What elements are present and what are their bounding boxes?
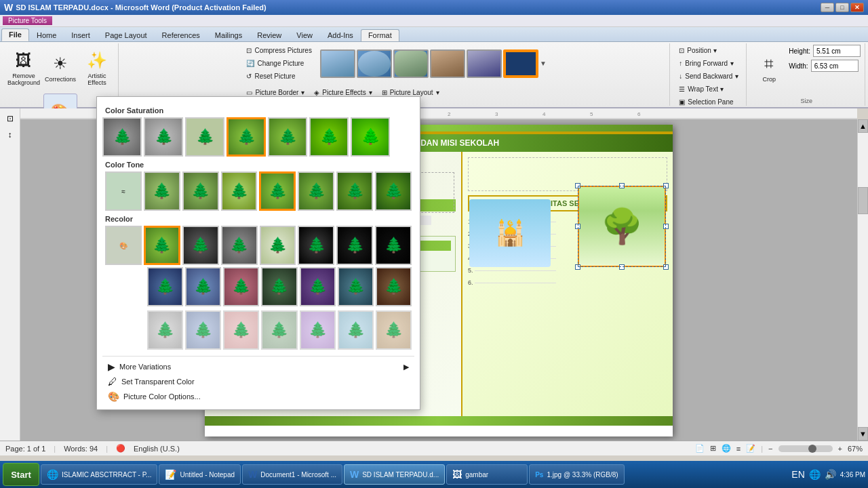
handle-lc[interactable]	[575, 224, 580, 229]
tab-mailings[interactable]: Mailings	[208, 29, 250, 41]
tab-review[interactable]: Review	[250, 29, 289, 41]
recolor-light-brown[interactable]: 🌲	[376, 310, 412, 350]
pic-style-2[interactable]	[357, 49, 392, 78]
pic-style-5[interactable]	[467, 49, 502, 78]
scroll-up-btn[interactable]: ▲	[858, 119, 868, 133]
handle-br[interactable]	[663, 264, 669, 270]
tone-6[interactable]: 🌲	[336, 171, 373, 211]
width-input[interactable]	[811, 60, 859, 72]
view-btn-print[interactable]: 📄	[695, 444, 705, 453]
saturation-200[interactable]: 🌲	[351, 117, 390, 157]
handle-bl[interactable]	[575, 264, 580, 270]
view-btn-outline[interactable]: ≡	[736, 445, 741, 453]
recolor-washout[interactable]: 🌲	[260, 226, 296, 265]
recolor-no[interactable]: 🌲	[144, 226, 180, 265]
saturation-0[interactable]: 🌲	[102, 117, 142, 157]
selected-picture-container[interactable]: 🌳	[578, 186, 666, 267]
zoom-slider[interactable]	[778, 445, 833, 452]
pic-style-4[interactable]	[430, 49, 465, 78]
tone-1[interactable]: 🌲	[144, 171, 180, 211]
zoom-thumb[interactable]	[808, 445, 816, 453]
reset-picture-button[interactable]: ↺ Reset Picture	[243, 70, 315, 82]
crop-button[interactable]: ⌗ Crop	[752, 45, 786, 92]
start-button[interactable]: Start	[3, 463, 39, 486]
handle-tc[interactable]	[619, 183, 625, 188]
scroll-thumb[interactable]	[858, 187, 868, 214]
artistic-effects-button[interactable]: ✨ Artistic Effects	[80, 45, 114, 92]
maximize-button[interactable]: □	[835, 3, 849, 12]
styles-scroll-down[interactable]: ▼	[540, 60, 547, 67]
recolor-black2[interactable]: 🌲	[336, 226, 373, 265]
recolor-dark-purple[interactable]: 🌲	[300, 267, 336, 306]
handle-tr[interactable]	[663, 183, 669, 188]
zoom-out-btn[interactable]: −	[768, 445, 772, 453]
recolor-light-blue[interactable]: 🌲	[185, 310, 221, 350]
tray-lang[interactable]: EN	[791, 469, 804, 480]
position-button[interactable]: ⊡ Position ▾	[675, 45, 742, 56]
height-input[interactable]	[813, 45, 861, 57]
pic-style-3[interactable]	[393, 49, 429, 78]
right-scrollbar[interactable]: ▲ ▼	[857, 119, 868, 441]
pic-style-6-selected[interactable]	[503, 49, 538, 78]
recolor-dark-brown[interactable]: 🌲	[376, 267, 412, 306]
left-tool-1[interactable]: ⊡	[3, 111, 18, 126]
recolor-black1[interactable]: 🌲	[298, 226, 334, 265]
recolor-light-gray2[interactable]: 🌲	[147, 310, 183, 350]
spell-check-icon[interactable]: 🔴	[116, 444, 125, 453]
minimize-button[interactable]: ─	[821, 3, 834, 12]
handle-bc[interactable]	[619, 264, 625, 270]
recolor-light-pink[interactable]: 🌲	[223, 310, 259, 350]
recolor-grayscale[interactable]: 🌲	[182, 226, 219, 265]
recolor-light-purple[interactable]: 🌲	[300, 310, 336, 350]
recolor-dark-green[interactable]: 🌲	[261, 267, 297, 306]
saturation-167[interactable]: 🌲	[309, 117, 349, 157]
zoom-level[interactable]: 67%	[848, 445, 863, 453]
left-tool-2[interactable]: ↕	[3, 127, 18, 142]
selection-pane-button[interactable]: ▣ Selection Pane	[675, 96, 742, 108]
saturation-133[interactable]: 🌲	[268, 117, 307, 157]
tray-network[interactable]: 🌐	[809, 469, 821, 480]
bring-forward-button[interactable]: ↑ Bring Forward ▾	[675, 58, 742, 69]
tone-7[interactable]: 🌲	[375, 171, 412, 211]
tab-references[interactable]: References	[155, 29, 208, 41]
wrap-text-button[interactable]: ☰ Wrap Text ▾	[675, 83, 742, 95]
scroll-down-btn[interactable]: ▼	[858, 427, 868, 441]
recolor-light-cyan[interactable]: 🌲	[338, 310, 374, 350]
zoom-in-btn[interactable]: +	[838, 445, 842, 453]
recolor-dark-red[interactable]: 🌲	[223, 267, 259, 306]
more-variations-button[interactable]: ▶ More Variations ▶	[102, 359, 414, 374]
handle-rc[interactable]	[663, 224, 669, 229]
tone-4[interactable]: 🌲	[259, 171, 296, 211]
saturation-67[interactable]: 🌲	[185, 117, 224, 157]
tab-format[interactable]: Format	[361, 29, 399, 41]
recolor-dark-blue[interactable]: 🌲	[147, 267, 183, 306]
taskbar-word1[interactable]: W Document1 - Microsoft ...	[242, 464, 342, 485]
tab-file[interactable]: File	[1, 28, 29, 41]
saturation-33[interactable]: 🌲	[144, 117, 183, 157]
view-btn-draft[interactable]: 📝	[746, 444, 755, 453]
view-btn-full[interactable]: ⊞	[710, 444, 716, 453]
tab-add-ins[interactable]: Add-Ins	[320, 29, 361, 41]
view-btn-web[interactable]: 🌐	[722, 444, 731, 453]
set-transparent-button[interactable]: 🖊 Set Transparent Color	[102, 374, 414, 389]
tone-2[interactable]: 🌲	[182, 171, 219, 211]
recolor-light-green[interactable]: 🌲	[261, 310, 297, 350]
pic-style-1[interactable]	[320, 49, 355, 78]
tone-3[interactable]: 🌲	[221, 171, 258, 211]
corrections-button[interactable]: ☀ Corrections	[43, 45, 77, 92]
tab-insert[interactable]: Insert	[64, 29, 98, 41]
recolor-blue[interactable]: 🌲	[185, 267, 221, 306]
compress-pictures-button[interactable]: ⊡ Compress Pictures	[243, 45, 315, 56]
tab-home[interactable]: Home	[29, 29, 64, 41]
recolor-dark-cyan[interactable]: 🌲	[338, 267, 374, 306]
saturation-100[interactable]: 🌲	[226, 117, 266, 157]
color-options-button[interactable]: 🎨 Picture Color Options...	[102, 389, 414, 404]
taskbar-ie[interactable]: 🌐 ISLAMIC ABSCTRRACT - P...	[41, 464, 157, 485]
change-picture-button[interactable]: 🔄 Change Picture	[243, 58, 315, 69]
recolor-light-gray[interactable]: 🌲	[221, 226, 258, 265]
tone-5[interactable]: 🌲	[298, 171, 334, 211]
tab-page-layout[interactable]: Page Layout	[98, 29, 155, 41]
taskbar-ps[interactable]: Ps 1.jpg @ 33.3% (RGB/8)	[529, 464, 624, 485]
taskbar-gambar[interactable]: 🖼 gambar	[446, 464, 528, 485]
taskbar-notepad[interactable]: 📝 Untitled - Notepad	[159, 464, 241, 485]
